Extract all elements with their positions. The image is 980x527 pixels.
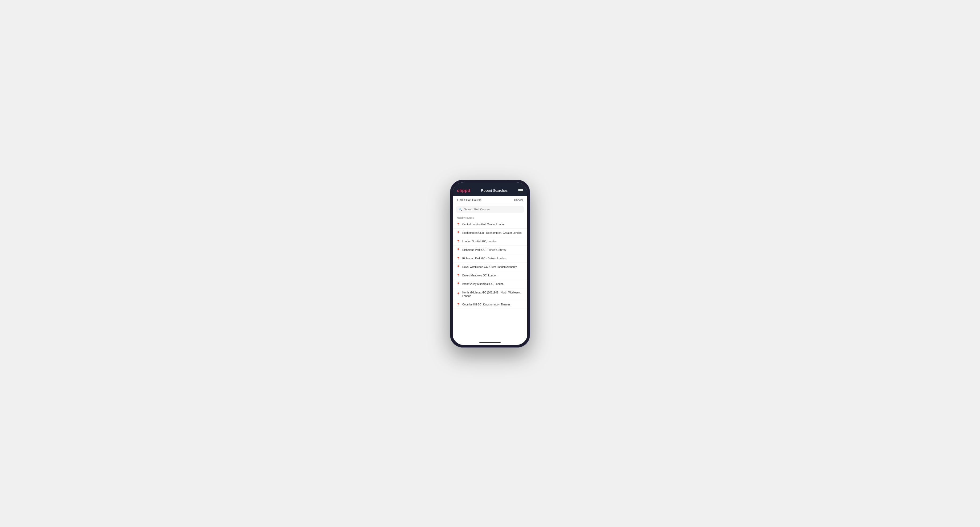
phone-screen: clippd Recent Searches Find a Golf Cours… <box>453 183 527 345</box>
location-pin-icon: 📍 <box>457 231 460 235</box>
list-item[interactable]: 📍Richmond Park GC - Duke's, London <box>453 254 527 263</box>
home-indicator <box>453 340 527 345</box>
home-bar <box>479 342 501 343</box>
course-name: Roehampton Club - Roehampton, Greater Lo… <box>462 231 522 235</box>
list-item[interactable]: 📍Roehampton Club - Roehampton, Greater L… <box>453 229 527 237</box>
location-pin-icon: 📍 <box>457 257 460 260</box>
list-item[interactable]: 📍Royal Wimbledon GC, Great London Author… <box>453 263 527 271</box>
location-pin-icon: 📍 <box>457 240 460 243</box>
nav-bar: clippd Recent Searches <box>453 186 527 196</box>
course-list: 📍Central London Golf Centre, London📍Roeh… <box>453 220 527 340</box>
find-title: Find a Golf Course <box>457 198 482 202</box>
search-icon: 🔍 <box>458 208 462 211</box>
course-name: Coombe Hill GC, Kingston upon Thames <box>462 303 510 306</box>
list-item[interactable]: 📍Richmond Park GC - Prince's, Surrey <box>453 246 527 254</box>
location-pin-icon: 📍 <box>457 303 460 306</box>
course-name: Royal Wimbledon GC, Great London Authori… <box>462 265 517 269</box>
location-pin-icon: 📍 <box>457 248 460 252</box>
list-item[interactable]: 📍Central London Golf Centre, London <box>453 220 527 229</box>
menu-icon[interactable] <box>518 189 523 192</box>
search-input[interactable] <box>464 208 522 211</box>
list-item[interactable]: 📍London Scottish GC, London <box>453 237 527 246</box>
list-item[interactable]: 📍Brent Valley Municipal GC, London <box>453 280 527 288</box>
course-name: Central London Golf Centre, London <box>462 222 505 226</box>
course-name: Dukes Meadows GC, London <box>462 274 497 277</box>
phone-frame: clippd Recent Searches Find a Golf Cours… <box>450 180 530 348</box>
location-pin-icon: 📍 <box>457 222 460 226</box>
location-pin-icon: 📍 <box>457 274 460 277</box>
course-name: Richmond Park GC - Duke's, London <box>462 257 506 260</box>
nearby-section-label: Nearby courses <box>453 215 527 220</box>
location-pin-icon: 📍 <box>457 265 460 269</box>
search-container: 🔍 <box>453 204 527 215</box>
location-pin-icon: 📍 <box>457 282 460 286</box>
course-name: London Scottish GC, London <box>462 240 496 243</box>
cancel-button[interactable]: Cancel <box>514 198 523 202</box>
find-header: Find a Golf Course Cancel <box>453 196 527 204</box>
app-logo: clippd <box>457 188 470 193</box>
status-bar <box>453 183 527 186</box>
course-name: North Middlesex GC (1011942 - North Midd… <box>462 291 523 298</box>
location-pin-icon: 📍 <box>457 292 460 296</box>
search-box: 🔍 <box>456 206 524 213</box>
course-name: Brent Valley Municipal GC, London <box>462 282 504 286</box>
nav-title: Recent Searches <box>481 189 508 192</box>
list-item[interactable]: 📍North Middlesex GC (1011942 - North Mid… <box>453 288 527 300</box>
list-item[interactable]: 📍Coombe Hill GC, Kingston upon Thames <box>453 300 527 309</box>
content-area: Find a Golf Course Cancel 🔍 Nearby cours… <box>453 196 527 340</box>
list-item[interactable]: 📍Dukes Meadows GC, London <box>453 271 527 280</box>
course-name: Richmond Park GC - Prince's, Surrey <box>462 248 506 252</box>
